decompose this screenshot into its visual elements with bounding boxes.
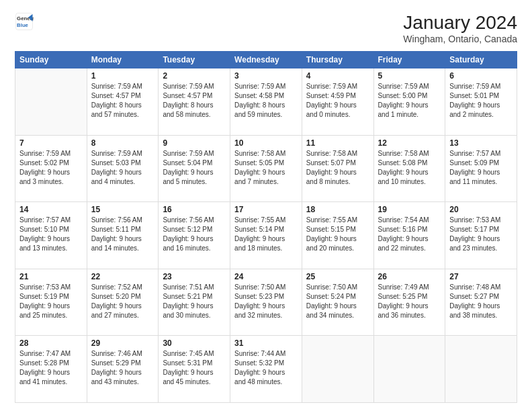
page: General Blue January 2024 Wingham, Ontar…: [0, 0, 532, 411]
day-cell: [302, 336, 373, 403]
day-info: Sunrise: 7:59 AM Sunset: 4:58 PM Dayligh…: [234, 82, 298, 120]
day-info: Sunrise: 7:59 AM Sunset: 5:03 PM Dayligh…: [91, 149, 154, 187]
day-cell: 23Sunrise: 7:51 AM Sunset: 5:21 PM Dayli…: [159, 269, 230, 336]
day-cell: 20Sunrise: 7:53 AM Sunset: 5:17 PM Dayli…: [445, 202, 517, 269]
subtitle: Wingham, Ontario, Canada: [403, 34, 517, 44]
day-cell: 18Sunrise: 7:55 AM Sunset: 5:15 PM Dayli…: [302, 202, 373, 269]
day-number: 7: [19, 138, 83, 148]
day-info: Sunrise: 7:51 AM Sunset: 5:21 PM Dayligh…: [163, 283, 226, 320]
col-tuesday: Tuesday: [159, 52, 230, 68]
day-cell: 22Sunrise: 7:52 AM Sunset: 5:20 PM Dayli…: [87, 269, 159, 336]
day-info: Sunrise: 7:59 AM Sunset: 4:57 PM Dayligh…: [163, 82, 226, 120]
day-info: Sunrise: 7:58 AM Sunset: 5:08 PM Dayligh…: [378, 149, 441, 187]
day-number: 4: [306, 71, 369, 81]
day-cell: 19Sunrise: 7:54 AM Sunset: 5:16 PM Dayli…: [373, 202, 445, 269]
day-cell: [15, 68, 87, 136]
day-number: 10: [234, 138, 298, 148]
day-number: 21: [19, 272, 83, 281]
day-number: 9: [163, 138, 226, 148]
day-number: 1: [91, 71, 154, 81]
day-number: 14: [19, 205, 83, 214]
day-info: Sunrise: 7:50 AM Sunset: 5:23 PM Dayligh…: [234, 283, 298, 320]
day-number: 30: [163, 338, 226, 348]
day-cell: 2Sunrise: 7:59 AM Sunset: 4:57 PM Daylig…: [159, 68, 230, 136]
day-number: 23: [163, 272, 226, 281]
day-info: Sunrise: 7:54 AM Sunset: 5:16 PM Dayligh…: [378, 216, 441, 253]
day-number: 18: [306, 205, 369, 214]
day-info: Sunrise: 7:46 AM Sunset: 5:29 PM Dayligh…: [91, 349, 154, 387]
day-cell: 28Sunrise: 7:47 AM Sunset: 5:28 PM Dayli…: [15, 336, 87, 403]
day-cell: 6Sunrise: 7:59 AM Sunset: 5:01 PM Daylig…: [445, 68, 517, 136]
day-cell: 8Sunrise: 7:59 AM Sunset: 5:03 PM Daylig…: [87, 135, 159, 202]
day-info: Sunrise: 7:59 AM Sunset: 5:00 PM Dayligh…: [378, 82, 441, 120]
day-number: 6: [449, 71, 513, 81]
day-number: 5: [378, 71, 441, 81]
day-number: 19: [378, 205, 441, 214]
col-friday: Friday: [373, 52, 445, 68]
day-number: 2: [163, 71, 226, 81]
day-cell: 3Sunrise: 7:59 AM Sunset: 4:58 PM Daylig…: [230, 68, 302, 136]
day-number: 29: [91, 338, 154, 348]
calendar-table: Sunday Monday Tuesday Wednesday Thursday…: [15, 51, 517, 403]
day-info: Sunrise: 7:53 AM Sunset: 5:17 PM Dayligh…: [449, 216, 513, 253]
col-saturday: Saturday: [445, 52, 517, 68]
day-cell: 1Sunrise: 7:59 AM Sunset: 4:57 PM Daylig…: [87, 68, 159, 136]
day-number: 24: [234, 272, 298, 281]
day-cell: 24Sunrise: 7:50 AM Sunset: 5:23 PM Dayli…: [230, 269, 302, 336]
title-block: January 2024 Wingham, Ontario, Canada: [403, 12, 517, 44]
col-monday: Monday: [87, 52, 159, 68]
day-cell: 9Sunrise: 7:59 AM Sunset: 5:04 PM Daylig…: [159, 135, 230, 202]
day-info: Sunrise: 7:59 AM Sunset: 5:02 PM Dayligh…: [19, 149, 83, 187]
day-number: 8: [91, 138, 154, 148]
day-info: Sunrise: 7:58 AM Sunset: 5:07 PM Dayligh…: [306, 149, 369, 187]
day-cell: 30Sunrise: 7:45 AM Sunset: 5:31 PM Dayli…: [159, 336, 230, 403]
day-info: Sunrise: 7:48 AM Sunset: 5:27 PM Dayligh…: [449, 283, 513, 320]
day-info: Sunrise: 7:56 AM Sunset: 5:12 PM Dayligh…: [163, 216, 226, 253]
day-info: Sunrise: 7:50 AM Sunset: 5:24 PM Dayligh…: [306, 283, 369, 320]
day-cell: 25Sunrise: 7:50 AM Sunset: 5:24 PM Dayli…: [302, 269, 373, 336]
main-title: January 2024: [403, 12, 517, 34]
col-thursday: Thursday: [302, 52, 373, 68]
day-info: Sunrise: 7:45 AM Sunset: 5:31 PM Dayligh…: [163, 349, 226, 387]
day-info: Sunrise: 7:52 AM Sunset: 5:20 PM Dayligh…: [91, 283, 154, 320]
day-info: Sunrise: 7:55 AM Sunset: 5:15 PM Dayligh…: [306, 216, 369, 253]
day-number: 25: [306, 272, 369, 281]
day-cell: 16Sunrise: 7:56 AM Sunset: 5:12 PM Dayli…: [159, 202, 230, 269]
day-cell: 29Sunrise: 7:46 AM Sunset: 5:29 PM Dayli…: [87, 336, 159, 403]
day-cell: 15Sunrise: 7:56 AM Sunset: 5:11 PM Dayli…: [87, 202, 159, 269]
day-cell: [373, 336, 445, 403]
logo: General Blue: [15, 12, 34, 31]
day-cell: 14Sunrise: 7:57 AM Sunset: 5:10 PM Dayli…: [15, 202, 87, 269]
day-number: 26: [378, 272, 441, 281]
day-cell: 26Sunrise: 7:49 AM Sunset: 5:25 PM Dayli…: [373, 269, 445, 336]
day-number: 22: [91, 272, 154, 281]
day-info: Sunrise: 7:59 AM Sunset: 4:59 PM Dayligh…: [306, 82, 369, 120]
day-number: 28: [19, 338, 83, 348]
week-row-1: 1Sunrise: 7:59 AM Sunset: 4:57 PM Daylig…: [15, 68, 517, 136]
day-number: 31: [234, 338, 298, 348]
day-info: Sunrise: 7:53 AM Sunset: 5:19 PM Dayligh…: [19, 283, 83, 320]
day-info: Sunrise: 7:58 AM Sunset: 5:05 PM Dayligh…: [234, 149, 298, 187]
day-cell: 12Sunrise: 7:58 AM Sunset: 5:08 PM Dayli…: [373, 135, 445, 202]
day-number: 15: [91, 205, 154, 214]
day-number: 3: [234, 71, 298, 81]
day-cell: 27Sunrise: 7:48 AM Sunset: 5:27 PM Dayli…: [445, 269, 517, 336]
day-info: Sunrise: 7:56 AM Sunset: 5:11 PM Dayligh…: [91, 216, 154, 253]
day-info: Sunrise: 7:57 AM Sunset: 5:09 PM Dayligh…: [449, 149, 513, 187]
day-number: 11: [306, 138, 369, 148]
day-info: Sunrise: 7:44 AM Sunset: 5:32 PM Dayligh…: [234, 349, 298, 387]
day-cell: 21Sunrise: 7:53 AM Sunset: 5:19 PM Dayli…: [15, 269, 87, 336]
calendar-header-row: Sunday Monday Tuesday Wednesday Thursday…: [15, 52, 517, 68]
day-cell: [445, 336, 517, 403]
day-info: Sunrise: 7:59 AM Sunset: 5:04 PM Dayligh…: [163, 149, 226, 187]
day-info: Sunrise: 7:57 AM Sunset: 5:10 PM Dayligh…: [19, 216, 83, 253]
logo-icon: General Blue: [15, 12, 34, 31]
day-info: Sunrise: 7:55 AM Sunset: 5:14 PM Dayligh…: [234, 216, 298, 253]
day-cell: 13Sunrise: 7:57 AM Sunset: 5:09 PM Dayli…: [445, 135, 517, 202]
svg-text:Blue: Blue: [17, 22, 29, 28]
day-number: 13: [449, 138, 513, 148]
week-row-3: 14Sunrise: 7:57 AM Sunset: 5:10 PM Dayli…: [15, 202, 517, 269]
col-wednesday: Wednesday: [230, 52, 302, 68]
day-number: 27: [449, 272, 513, 281]
day-cell: 10Sunrise: 7:58 AM Sunset: 5:05 PM Dayli…: [230, 135, 302, 202]
